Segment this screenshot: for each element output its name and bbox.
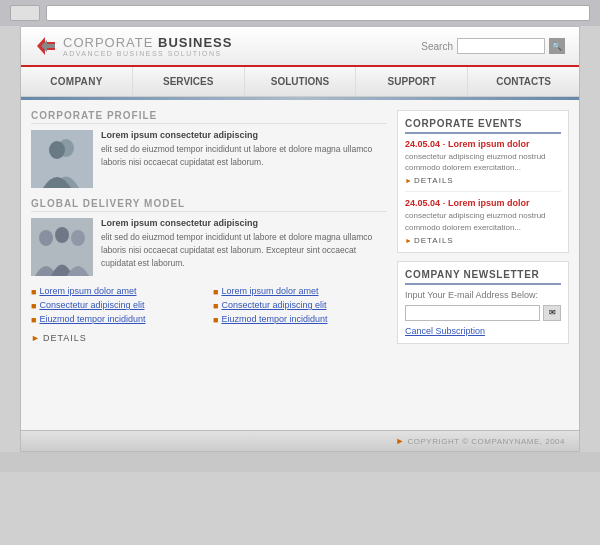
address-bar[interactable] (46, 5, 590, 21)
footer-arrow-icon: ► (396, 436, 405, 446)
svg-point-4 (49, 141, 65, 159)
search-area: Search 🔍 (421, 38, 565, 54)
site-footer: ► COPYRIGHT © COMPANYNAME, 2004 (21, 430, 579, 451)
event-2-details-label: DETAILS (414, 236, 454, 245)
links-col-1: ■ Lorem ipsum dolor amet ■ Consectetur a… (31, 286, 205, 325)
events-section: CORPORATE EVENTS 24.05.04 - Lorem ipsum … (397, 110, 569, 253)
nav-item-company[interactable]: COMPANY (21, 67, 133, 96)
svg-point-6 (39, 230, 53, 246)
link-2-1[interactable]: Lorem ipsum dolor amet (221, 286, 318, 297)
profile-text-title: Lorem ipsum consectetur adipiscing (101, 130, 387, 140)
details-arrow-icon: ► (31, 333, 40, 343)
list-item: ■ Consectetur adipiscing elit (31, 300, 205, 311)
nav-item-contacts[interactable]: CONTACTS (468, 67, 579, 96)
corporate-profile-block: Lorem ipsum consectetur adipiscing elit … (31, 130, 387, 188)
main-content: CORPORATE PROFILE (21, 100, 579, 430)
logo-text: CORPORATE BUSINESS Advanced Business Sol… (63, 35, 232, 57)
browser-bar (0, 0, 600, 26)
newsletter-email-input[interactable] (405, 305, 540, 321)
event-2-date-title: 24.05.04 - Lorem ipsum dolor (405, 198, 561, 208)
newsletter-title: COMPANY NEWSLETTER (405, 269, 561, 285)
bullet-icon: ■ (213, 287, 218, 297)
event-1-details-label: DETAILS (414, 176, 454, 185)
left-content: CORPORATE PROFILE (31, 110, 387, 422)
link-2-3[interactable]: Eiuzmod tempor incididunt (221, 314, 327, 325)
event-item-2: 24.05.04 - Lorem ipsum dolor consectetur… (405, 198, 561, 244)
profile-text-body: elit sed do eiuzmod tempor incididunt ut… (101, 143, 387, 169)
event-2-details[interactable]: ► DETAILS (405, 236, 561, 245)
svg-point-8 (71, 230, 85, 246)
newsletter-label: Input Your E-mail Address Below: (405, 290, 561, 300)
newsletter-submit-button[interactable]: ✉ (543, 305, 561, 321)
logo-area: CORPORATE BUSINESS Advanced Business Sol… (35, 35, 232, 57)
delivery-model-title: GLOBAL DELIVERY MODEL (31, 198, 387, 212)
event-item-1: 24.05.04 - Lorem ipsum dolor consectetur… (405, 139, 561, 185)
nav-item-solutions[interactable]: SOLUTIONS (245, 67, 357, 96)
nav-item-services[interactable]: SERVICES (133, 67, 245, 96)
nav-item-support[interactable]: SUPPORT (356, 67, 468, 96)
bullet-icon: ■ (31, 301, 36, 311)
newsletter-input-row: ✉ (405, 305, 561, 321)
events-section-title: CORPORATE EVENTS (405, 118, 561, 134)
details-link[interactable]: ► DETAILS (31, 333, 387, 343)
event-details-arrow-icon-2: ► (405, 237, 412, 244)
corporate-profile-text: Lorem ipsum consectetur adipiscing elit … (101, 130, 387, 188)
list-item: ■ Lorem ipsum dolor amet (213, 286, 387, 297)
cancel-subscription-link[interactable]: Cancel Subscription (405, 326, 561, 336)
event-1-details[interactable]: ► DETAILS (405, 176, 561, 185)
list-item: ■ Consectetur adipiscing elit (213, 300, 387, 311)
submit-icon: ✉ (549, 308, 556, 317)
corporate-profile-section: CORPORATE PROFILE (31, 110, 387, 188)
footer-copyright: COPYRIGHT © COMPANYNAME, 2004 (408, 437, 565, 446)
search-label: Search (421, 41, 453, 52)
link-1-1[interactable]: Lorem ipsum dolor amet (39, 286, 136, 297)
list-item: ■ Eiuzmod tempor incididunt (213, 314, 387, 325)
links-col-2: ■ Lorem ipsum dolor amet ■ Consectetur a… (213, 286, 387, 325)
event-details-arrow-icon: ► (405, 177, 412, 184)
delivery-image (31, 218, 93, 276)
event-2-title: Lorem ipsum dolor (448, 198, 530, 208)
bullet-icon: ■ (31, 315, 36, 325)
link-2-2[interactable]: Consectetur adipiscing elit (221, 300, 326, 311)
bullet-icon: ■ (213, 315, 218, 325)
svg-point-7 (55, 227, 69, 243)
search-icon: 🔍 (552, 42, 562, 51)
search-input[interactable] (457, 38, 545, 54)
bullet-icon: ■ (31, 287, 36, 297)
links-section: ■ Lorem ipsum dolor amet ■ Consectetur a… (31, 286, 387, 325)
event-1-desc: consectetur adipiscing eiuzmod nostrud c… (405, 151, 561, 173)
logo-icon (35, 35, 57, 57)
event-1-date: 24.05.04 (405, 139, 440, 149)
link-1-3[interactable]: Eiuzmod tempor incididunt (39, 314, 145, 325)
delivery-text-body: elit sed do eiuzmod tempor incididunt ut… (101, 231, 387, 269)
newsletter-section: COMPANY NEWSLETTER Input Your E-mail Add… (397, 261, 569, 344)
bullet-icon: ■ (213, 301, 218, 311)
list-item: ■ Eiuzmod tempor incididunt (31, 314, 205, 325)
delivery-model-section: GLOBAL DELIVERY MODEL (31, 198, 387, 276)
list-item: ■ Lorem ipsum dolor amet (31, 286, 205, 297)
nav-bar: COMPANY SERVICES SOLUTIONS SUPPORT CONTA… (21, 67, 579, 97)
profile-image (31, 130, 93, 188)
delivery-text-title: Lorem ipsum consectetur adipiscing (101, 218, 387, 228)
event-1-title: Lorem ipsum dolor (448, 139, 530, 149)
site-header: CORPORATE BUSINESS Advanced Business Sol… (21, 27, 579, 67)
delivery-model-block: Lorem ipsum consectetur adipiscing elit … (31, 218, 387, 276)
bottom-chrome (0, 452, 600, 472)
site-container: CORPORATE BUSINESS Advanced Business Sol… (20, 26, 580, 452)
details-label: DETAILS (43, 333, 87, 343)
link-1-2[interactable]: Consectetur adipiscing elit (39, 300, 144, 311)
delivery-model-text: Lorem ipsum consectetur adipiscing elit … (101, 218, 387, 276)
event-2-desc: consectetur adipiscing eiuzmod nostrud c… (405, 210, 561, 232)
events-divider (405, 191, 561, 192)
search-button[interactable]: 🔍 (549, 38, 565, 54)
logo-subtitle: Advanced Business Solutions (63, 50, 232, 57)
corporate-profile-title: CORPORATE PROFILE (31, 110, 387, 124)
event-2-date: 24.05.04 (405, 198, 440, 208)
event-1-date-title: 24.05.04 - Lorem ipsum dolor (405, 139, 561, 149)
right-sidebar: CORPORATE EVENTS 24.05.04 - Lorem ipsum … (397, 110, 569, 422)
